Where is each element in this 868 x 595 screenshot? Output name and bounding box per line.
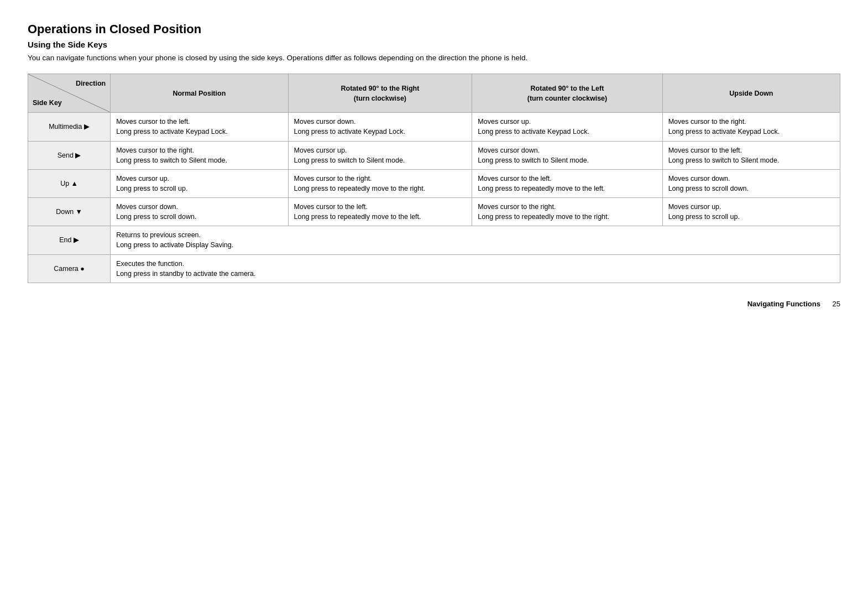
key-camera: Camera ● [28, 254, 111, 283]
cell-multimedia-normal: Moves cursor to the left.Long press to a… [111, 113, 288, 141]
cell-send-rotleft: Moves cursor down.Long press to switch t… [472, 141, 662, 169]
page-footer: Navigating Functions 25 [28, 300, 840, 308]
header-direction-label: Direction [76, 79, 106, 88]
header-direction-sidekey: Direction Side Key [28, 74, 111, 113]
table-row: Send ▶ Moves cursor to the right.Long pr… [28, 141, 840, 169]
cell-up-normal: Moves cursor up.Long press to scroll up. [111, 169, 288, 197]
operations-table: Direction Side Key Normal Position Rotat… [28, 74, 840, 283]
table-row: End ▶ Returns to previous screen.Long pr… [28, 226, 840, 254]
header-rotated-right: Rotated 90° to the Right (turn clockwise… [288, 74, 472, 113]
cell-camera-span: Executes the function.Long press in stan… [111, 254, 840, 283]
table-row: Up ▲ Moves cursor up.Long press to scrol… [28, 169, 840, 197]
key-send: Send ▶ [28, 141, 111, 169]
key-end: End ▶ [28, 226, 111, 254]
cell-multimedia-rotright: Moves cursor down.Long press to activate… [288, 113, 472, 141]
cell-down-rotright: Moves cursor to the left.Long press to r… [288, 198, 472, 226]
table-row: Camera ● Executes the function.Long pres… [28, 254, 840, 283]
cell-multimedia-rotleft: Moves cursor up.Long press to activate K… [472, 113, 662, 141]
cell-down-upsidedown: Moves cursor up.Long press to scroll up. [662, 198, 840, 226]
cell-send-upsidedown: Moves cursor to the left.Long press to s… [662, 141, 840, 169]
cell-multimedia-upsidedown: Moves cursor to the right.Long press to … [662, 113, 840, 141]
key-up: Up ▲ [28, 169, 111, 197]
page-title: Operations in Closed Position [28, 22, 840, 36]
page-number: 25 [833, 300, 840, 308]
section-subtitle: Using the Side Keys [28, 40, 840, 49]
key-down: Down ▼ [28, 198, 111, 226]
cell-send-rotright: Moves cursor up.Long press to switch to … [288, 141, 472, 169]
cell-end-span: Returns to previous screen.Long press to… [111, 226, 840, 254]
key-multimedia: Multimedia ▶ [28, 113, 111, 141]
table-row: Multimedia ▶ Moves cursor to the left.Lo… [28, 113, 840, 141]
cell-up-rotright: Moves cursor to the right.Long press to … [288, 169, 472, 197]
header-rotated-left: Rotated 90° to the Left (turn counter cl… [472, 74, 662, 113]
intro-paragraph: You can navigate functions when your pho… [28, 53, 840, 64]
cell-up-rotleft: Moves cursor to the left.Long press to r… [472, 169, 662, 197]
header-sidekey-label: Side Key [33, 98, 62, 108]
cell-down-rotleft: Moves cursor to the right.Long press to … [472, 198, 662, 226]
cell-send-normal: Moves cursor to the right.Long press to … [111, 141, 288, 169]
cell-up-upsidedown: Moves cursor down.Long press to scroll d… [662, 169, 840, 197]
header-normal-position: Normal Position [111, 74, 288, 113]
nav-functions-label: Navigating Functions [747, 300, 820, 308]
cell-down-normal: Moves cursor down.Long press to scroll d… [111, 198, 288, 226]
header-upside-down: Upside Down [662, 74, 840, 113]
table-row: Down ▼ Moves cursor down.Long press to s… [28, 198, 840, 226]
